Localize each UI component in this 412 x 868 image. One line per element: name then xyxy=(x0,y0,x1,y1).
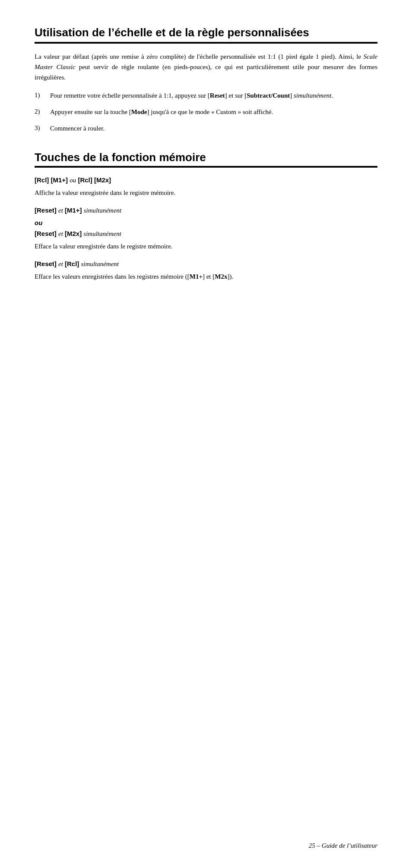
rcl-body: Affiche la valeur enregistrée dans le re… xyxy=(35,188,377,198)
subsection-rcl-heading: [Rcl] [M1+] ou [Rcl] [M2x] xyxy=(35,175,377,185)
list-item-1: 1) Pour remettre votre échelle personnal… xyxy=(35,90,377,101)
subtract-count-bold: Subtract/Count xyxy=(247,92,290,99)
section2-divider xyxy=(35,166,377,168)
et-italic-3: et xyxy=(58,261,63,267)
list-number-2: 2) xyxy=(35,107,50,117)
et-italic-2: et xyxy=(58,230,63,237)
intro-text-before: La valeur par défaut (après une remise à… xyxy=(35,53,364,60)
simultanement-italic-1: simultanément xyxy=(294,92,332,99)
list-content-2: Appuyer ensuite sur la touche [Mode] jus… xyxy=(50,107,377,117)
section1-intro: La valeur par défaut (après une remise à… xyxy=(35,51,377,83)
reset-rcl-after: [Rcl] xyxy=(63,260,81,267)
list-number-3: 3) xyxy=(35,123,50,133)
simultanement-italic-4: simultanément xyxy=(81,261,119,267)
reset-rcl-before: [Reset] xyxy=(35,260,58,267)
ou-label: ou xyxy=(35,218,377,228)
reset-m-body: Efface la valeur enregistrée dans le reg… xyxy=(35,241,377,251)
section2-block: Touches de la fonction mémoire [Rcl] [M1… xyxy=(35,151,377,281)
mode-bold: Mode xyxy=(131,108,147,115)
page: Utilisation de l’échelle et de la règle … xyxy=(0,0,412,868)
ou-italic-1: ou xyxy=(70,177,76,184)
list-number-1: 1) xyxy=(35,90,50,100)
footer-text: 25 – Guide de l’utilisateur xyxy=(309,842,377,849)
list-content-3: Commencer à rouler. xyxy=(50,123,377,134)
intro-text-after: peut servir de règle roulante (en pieds-… xyxy=(35,64,377,81)
m1-bold: M1+ xyxy=(190,273,203,280)
reset-m1-after: [M1+] xyxy=(63,207,84,214)
list-item-3: 3) Commencer à rouler. xyxy=(35,123,377,134)
rcl-bracket-text: [Rcl] [M1+] xyxy=(35,176,70,184)
subsection-reset-rcl-heading: [Reset] et [Rcl] simultanément xyxy=(35,259,377,269)
section1-title: Utilisation de l’échelle et de la règle … xyxy=(35,26,377,39)
reset-m1-before: [Reset] xyxy=(35,207,58,214)
simultanement-italic-3: simultanément xyxy=(83,230,121,237)
footer: 25 – Guide de l’utilisateur xyxy=(309,841,377,851)
rcl-m2x-text: [Rcl] [M2x] xyxy=(76,176,111,184)
m2x-bold: M2x xyxy=(215,273,227,280)
section1-title-block: Utilisation de l’échelle et de la règle … xyxy=(35,26,377,39)
reset-m2-after: [M2x] xyxy=(63,230,84,237)
reset-m2-before: [Reset] xyxy=(35,230,58,237)
section2-title: Touches de la fonction mémoire xyxy=(35,151,377,164)
subsection-reset-m1-heading: [Reset] et [M1+] simultanément xyxy=(35,206,377,215)
et-italic-1: et xyxy=(58,207,63,214)
simultanement-italic-2: simultanément xyxy=(84,207,122,214)
list-content-1: Pour remettre votre échelle personnalisé… xyxy=(50,90,377,101)
list-item-2: 2) Appuyer ensuite sur la touche [Mode] … xyxy=(35,107,377,117)
reset-bold: Reset xyxy=(210,92,225,99)
section1-divider xyxy=(35,42,377,44)
subsection-reset-m2-heading: [Reset] et [M2x] simultanément xyxy=(35,229,377,238)
section1-list: 1) Pour remettre votre échelle personnal… xyxy=(35,90,377,134)
reset-rcl-body: Efface les valeurs enregistrées dans les… xyxy=(35,271,377,282)
